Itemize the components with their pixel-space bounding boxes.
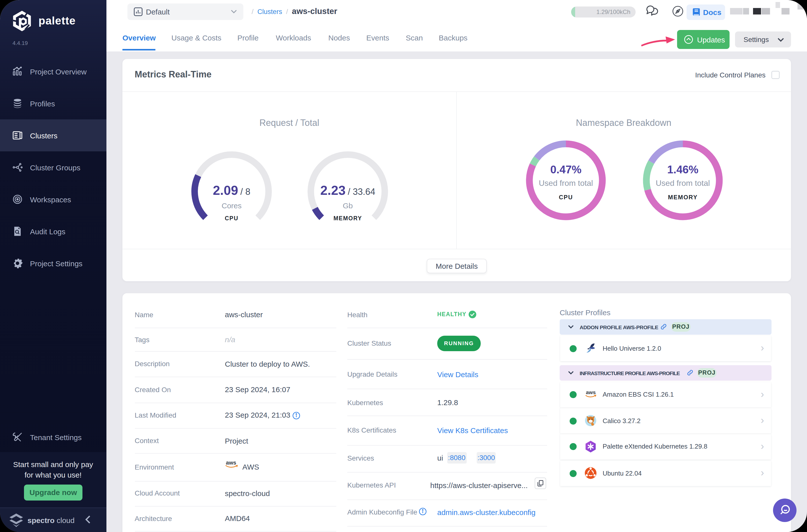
svg-text:aws: aws (226, 460, 236, 466)
svg-text:aws: aws (586, 389, 596, 395)
